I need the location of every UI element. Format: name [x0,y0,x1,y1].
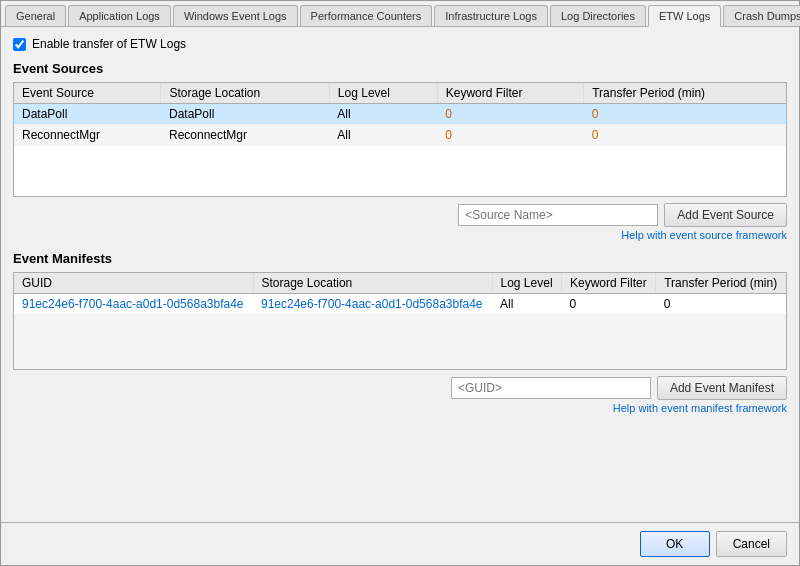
tab-general[interactable]: General [5,5,66,26]
tab-windows-event-logs[interactable]: Windows Event Logs [173,5,298,26]
event-manifests-header-row: GUID Storage Location Log Level Keyword … [14,273,786,294]
table-row[interactable]: 91ec24e6-f700-4aac-a0d1-0d568a3bfa4e 91e… [14,293,786,314]
tab-etw-logs[interactable]: ETW Logs [648,5,721,27]
tab-crash-dumps[interactable]: Crash Dumps [723,5,800,26]
add-event-manifest-row: Add Event Manifest [13,376,787,400]
cell-log-level: All [329,125,437,146]
ok-button[interactable]: OK [640,531,710,557]
enable-transfer-row: Enable transfer of ETW Logs [13,37,787,51]
event-sources-section: Event Sources Event Source Storage Locat… [13,61,787,241]
add-event-source-button[interactable]: Add Event Source [664,203,787,227]
event-manifests-table: GUID Storage Location Log Level Keyword … [14,273,786,370]
event-sources-table: Event Source Storage Location Log Level … [14,83,786,196]
col-manifest-transfer-period: Transfer Period (min) [656,273,786,294]
tab-log-directories[interactable]: Log Directories [550,5,646,26]
add-event-source-row: Add Event Source [13,203,787,227]
event-manifests-table-container: GUID Storage Location Log Level Keyword … [13,272,787,371]
source-name-input[interactable] [458,204,658,226]
cell-storage-location: DataPoll [161,104,329,125]
cell-manifest-log-level: All [492,293,561,314]
event-source-help-link[interactable]: Help with event source framework [13,229,787,241]
col-log-level: Log Level [329,83,437,104]
col-guid: GUID [14,273,253,294]
table-row[interactable]: ReconnectMgr ReconnectMgr All 0 0 [14,125,786,146]
enable-transfer-checkbox[interactable] [13,38,26,51]
table-spacer-row [14,146,786,196]
cell-manifest-storage-location: 91ec24e6-f700-4aac-a0d1-0d568a3bfa4e [253,293,492,314]
col-storage-location: Storage Location [161,83,329,104]
sections-wrapper: Event Sources Event Source Storage Locat… [13,61,787,512]
enable-transfer-label: Enable transfer of ETW Logs [32,37,186,51]
event-manifests-title: Event Manifests [13,251,787,266]
cell-event-source: ReconnectMgr [14,125,161,146]
event-sources-table-container: Event Source Storage Location Log Level … [13,82,787,197]
event-manifests-section: Event Manifests GUID Storage Location Lo… [13,251,787,415]
event-sources-title: Event Sources [13,61,787,76]
tab-infrastructure-logs[interactable]: Infrastructure Logs [434,5,548,26]
col-transfer-period: Transfer Period (min) [584,83,786,104]
tab-content: Enable transfer of ETW Logs Event Source… [1,27,799,522]
col-keyword-filter: Keyword Filter [437,83,583,104]
event-manifest-help-link[interactable]: Help with event manifest framework [13,402,787,414]
tab-application-logs[interactable]: Application Logs [68,5,171,26]
col-manifest-keyword-filter: Keyword Filter [561,273,655,294]
cancel-button[interactable]: Cancel [716,531,787,557]
dialog: General Application Logs Windows Event L… [0,0,800,566]
cell-log-level: All [329,104,437,125]
cell-manifest-transfer-period: 0 [656,293,786,314]
cell-keyword-filter: 0 [437,104,583,125]
cell-transfer-period: 0 [584,104,786,125]
col-event-source: Event Source [14,83,161,104]
cell-guid[interactable]: 91ec24e6-f700-4aac-a0d1-0d568a3bfa4e [14,293,253,314]
tab-bar: General Application Logs Windows Event L… [1,1,799,27]
cell-event-source: DataPoll [14,104,161,125]
table-spacer-row [14,314,786,369]
cell-storage-location: ReconnectMgr [161,125,329,146]
tab-performance-counters[interactable]: Performance Counters [300,5,433,26]
event-sources-header-row: Event Source Storage Location Log Level … [14,83,786,104]
bottom-bar: OK Cancel [1,522,799,565]
cell-manifest-keyword-filter: 0 [561,293,655,314]
table-row[interactable]: DataPoll DataPoll All 0 0 [14,104,786,125]
cell-transfer-period: 0 [584,125,786,146]
cell-keyword-filter: 0 [437,125,583,146]
guid-input[interactable] [451,377,651,399]
add-event-manifest-button[interactable]: Add Event Manifest [657,376,787,400]
col-manifest-storage-location: Storage Location [253,273,492,294]
col-manifest-log-level: Log Level [492,273,561,294]
